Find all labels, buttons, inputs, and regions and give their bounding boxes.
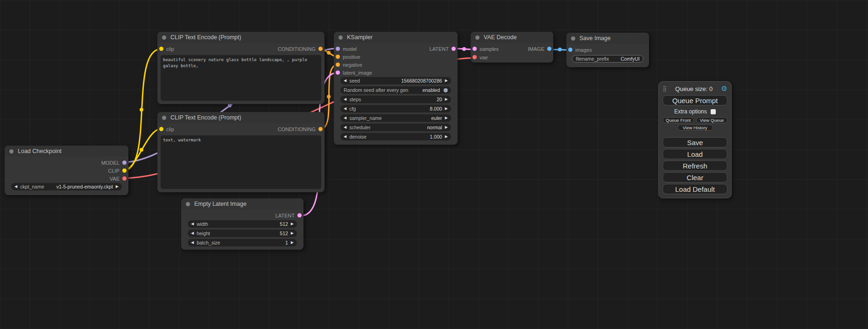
model-output-port[interactable]: [122, 161, 127, 165]
load-default-button[interactable]: Load Default: [663, 184, 727, 194]
steps-widget[interactable]: ◀ steps 20 ▶: [340, 96, 451, 103]
node-clip-text-encode-positive[interactable]: CLIP Text Encode (Prompt) clip CONDITION…: [157, 32, 325, 104]
prev-value-icon[interactable]: ◀: [14, 185, 17, 189]
decrement-icon[interactable]: ◀: [191, 241, 194, 245]
negative-prompt-textarea[interactable]: text, watermark: [161, 135, 321, 189]
node-title-bar[interactable]: VAE Decode: [471, 32, 553, 43]
node-title: CLIP Text Encode (Prompt): [170, 114, 241, 121]
view-history-button[interactable]: View History: [677, 125, 713, 131]
increment-icon[interactable]: ▶: [445, 135, 448, 139]
node-title-bar[interactable]: KSampler: [334, 32, 458, 43]
decrement-icon[interactable]: ◀: [191, 231, 194, 235]
prev-value-icon[interactable]: ◀: [344, 126, 346, 129]
cfg-widget[interactable]: ◀ cfg 8.000 ▶: [340, 105, 451, 112]
batch-size-widget[interactable]: ◀ batch_size 1 ▶: [188, 239, 297, 246]
decrement-icon[interactable]: ◀: [344, 98, 346, 101]
random-seed-toggle-widget[interactable]: Random seed after every gen enabled: [340, 86, 451, 94]
extra-options-checkbox[interactable]: [711, 109, 716, 114]
queue-buttons-row: Queue Front View Queue: [663, 117, 727, 123]
next-value-icon[interactable]: ▶: [445, 126, 448, 129]
denoise-widget[interactable]: ◀ denoise 1.000 ▶: [340, 133, 451, 140]
decrement-icon[interactable]: ◀: [344, 107, 346, 111]
width-widget[interactable]: ◀ width 512 ▶: [188, 220, 297, 228]
images-input-port[interactable]: [568, 48, 572, 52]
collapse-dot-icon[interactable]: [339, 35, 343, 40]
conditioning-output-port[interactable]: [318, 47, 323, 51]
collapse-dot-icon[interactable]: [162, 116, 166, 120]
output-label-image: IMAGE: [528, 46, 544, 52]
decrement-icon[interactable]: ◀: [344, 135, 346, 139]
decrement-icon[interactable]: ◀: [344, 79, 346, 83]
increment-icon[interactable]: ▶: [291, 241, 294, 245]
node-ksampler[interactable]: KSampler model LATENT positive negative: [334, 32, 458, 145]
queue-front-button[interactable]: Queue Front: [663, 117, 694, 123]
image-output-port[interactable]: [547, 47, 551, 51]
vae-input-port[interactable]: [473, 55, 477, 59]
view-queue-button[interactable]: View Queue: [696, 117, 727, 123]
node-title-bar[interactable]: Empty Latent Image: [181, 198, 303, 210]
widget-value: ComfyUI: [621, 56, 640, 62]
positive-prompt-textarea[interactable]: beautiful scenery nature glass bottle la…: [161, 55, 321, 101]
positive-input-port[interactable]: [336, 55, 340, 59]
collapse-dot-icon[interactable]: [186, 202, 190, 206]
node-vae-decode[interactable]: VAE Decode samples IMAGE vae: [471, 32, 553, 63]
wire-midpoint-dot: [327, 95, 331, 98]
decrement-icon[interactable]: ◀: [191, 222, 194, 226]
node-title-bar[interactable]: Load Checkpoint: [5, 146, 128, 157]
seed-widget[interactable]: ◀ seed 156680208700286 ▶: [340, 77, 451, 84]
next-value-icon[interactable]: ▶: [445, 116, 448, 120]
increment-icon[interactable]: ▶: [291, 222, 294, 226]
settings-gear-icon[interactable]: ⚙: [721, 84, 727, 93]
node-save-image[interactable]: Save Image images filename_prefix ComfyU…: [566, 33, 649, 67]
ckpt-name-widget[interactable]: ◀ ckpt_name v1-5-pruned-emaonly.ckpt ▶: [11, 183, 122, 190]
widget-value: euler: [431, 115, 442, 121]
sampler-name-widget[interactable]: ◀ sampler_name euler ▶: [340, 114, 451, 122]
prev-value-icon[interactable]: ◀: [344, 116, 346, 120]
queue-panel-header: ⣿ Queue size: 0 ⚙: [663, 84, 727, 94]
save-button[interactable]: Save: [663, 137, 727, 147]
latent-output-port[interactable]: [452, 47, 456, 51]
latent-output-port[interactable]: [297, 213, 302, 217]
collapse-dot-icon[interactable]: [475, 35, 480, 40]
node-empty-latent-image[interactable]: Empty Latent Image LATENT ◀ width 512 ▶ …: [181, 198, 303, 250]
model-input-port[interactable]: [336, 47, 340, 51]
queue-size-label: Queue size: 0: [669, 85, 720, 92]
conditioning-output-port[interactable]: [318, 127, 323, 131]
widget-value: 1.000: [430, 134, 442, 140]
clip-input-port[interactable]: [159, 47, 163, 51]
height-widget[interactable]: ◀ height 512 ▶: [188, 230, 297, 237]
increment-icon[interactable]: ▶: [291, 231, 294, 235]
next-value-icon[interactable]: ▶: [116, 185, 119, 189]
clip-input-port[interactable]: [159, 127, 163, 131]
queue-prompt-button[interactable]: Queue Prompt: [663, 95, 727, 105]
latent-image-input-port[interactable]: [336, 70, 340, 75]
scheduler-widget[interactable]: ◀ scheduler normal ▶: [340, 124, 451, 131]
node-title-bar[interactable]: CLIP Text Encode (Prompt): [157, 112, 325, 123]
vae-output-port[interactable]: [122, 176, 127, 181]
filename-prefix-widget[interactable]: filename_prefix ComfyUI: [572, 55, 643, 63]
toggle-indicator-icon[interactable]: [444, 88, 448, 92]
node-title-bar[interactable]: Save Image: [566, 33, 649, 44]
widget-label: width: [197, 221, 208, 227]
node-graph-canvas[interactable]: Load Checkpoint MODEL CLIP VAE ◀ ckpt_na…: [0, 0, 868, 329]
clip-output-port[interactable]: [122, 168, 127, 173]
increment-icon[interactable]: ▶: [445, 107, 448, 111]
collapse-dot-icon[interactable]: [571, 36, 575, 41]
refresh-button[interactable]: Refresh: [663, 161, 727, 171]
load-button[interactable]: Load: [663, 149, 727, 159]
node-clip-text-encode-negative[interactable]: CLIP Text Encode (Prompt) clip CONDITION…: [157, 112, 325, 192]
clear-button[interactable]: Clear: [663, 172, 727, 182]
widget-label: scheduler: [349, 125, 371, 130]
node-title-bar[interactable]: CLIP Text Encode (Prompt): [157, 32, 325, 43]
drag-handle-icon[interactable]: ⣿: [663, 85, 667, 92]
increment-icon[interactable]: ▶: [445, 79, 448, 83]
slot-row: positive: [334, 53, 458, 61]
collapse-dot-icon[interactable]: [162, 35, 166, 40]
samples-input-port[interactable]: [473, 47, 477, 51]
widget-value: 156680208700286: [401, 78, 442, 84]
increment-icon[interactable]: ▶: [445, 98, 448, 101]
node-load-checkpoint[interactable]: Load Checkpoint MODEL CLIP VAE ◀ ckpt_na…: [5, 146, 128, 195]
collapse-dot-icon[interactable]: [9, 149, 14, 154]
slot-row: negative: [334, 61, 458, 69]
negative-input-port[interactable]: [336, 63, 340, 67]
